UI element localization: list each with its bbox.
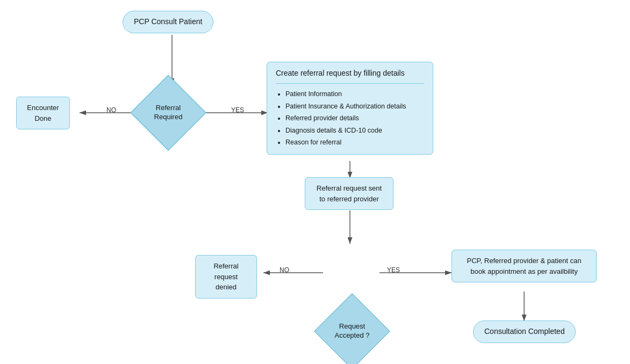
book-appointment-node: PCP, Referred provider & patient can boo… xyxy=(452,250,597,282)
create-referral-box: Create referral request by filling detai… xyxy=(267,62,433,155)
referral-required-label: Referral Required xyxy=(154,104,183,122)
request-accepted-label: Request Accepted ? xyxy=(334,322,369,340)
request-accepted-node: Request Accepted ? xyxy=(323,302,382,361)
create-referral-node: Create referral request by filling detai… xyxy=(267,62,433,155)
list-item-4: Diagnosis details & ICD-10 code xyxy=(285,125,424,137)
referral-sent-label: Referral request sent to referred provid… xyxy=(305,177,393,210)
create-referral-list: Patient Information Patient Insurance & … xyxy=(276,88,424,149)
no-label-2: NO xyxy=(280,266,289,274)
consultation-completed-label: Consultation Completed xyxy=(473,321,576,343)
referral-required-node: Referral Required xyxy=(139,83,198,142)
yes-label-1: YES xyxy=(231,106,244,114)
list-item-5: Reason for referral xyxy=(285,136,424,149)
flowchart: NO YES NO YES PCP Consult Patient Encoun… xyxy=(0,0,630,364)
no-label-1: NO xyxy=(106,106,116,114)
pcp-consult-node: PCP Consult Patient xyxy=(123,11,213,33)
referral-denied-label: Referral request denied xyxy=(195,255,257,299)
book-appointment-label: PCP, Referred provider & patient can boo… xyxy=(452,250,597,282)
encounter-done-node: Encounter Done xyxy=(16,97,70,129)
referral-sent-node: Referral request sent to referred provid… xyxy=(305,177,393,210)
list-item-3: Referred provider details xyxy=(285,112,424,125)
pcp-consult-label: PCP Consult Patient xyxy=(123,11,213,33)
referral-denied-node: Referral request denied xyxy=(195,255,257,299)
yes-label-2: YES xyxy=(387,266,400,274)
consultation-completed-node: Consultation Completed xyxy=(473,321,576,343)
create-referral-title: Create referral request by filling detai… xyxy=(276,68,424,84)
encounter-done-label: Encounter Done xyxy=(16,97,70,129)
list-item-1: Patient Information xyxy=(285,88,424,100)
list-item-2: Patient Insurance & Authorization detail… xyxy=(285,100,424,113)
